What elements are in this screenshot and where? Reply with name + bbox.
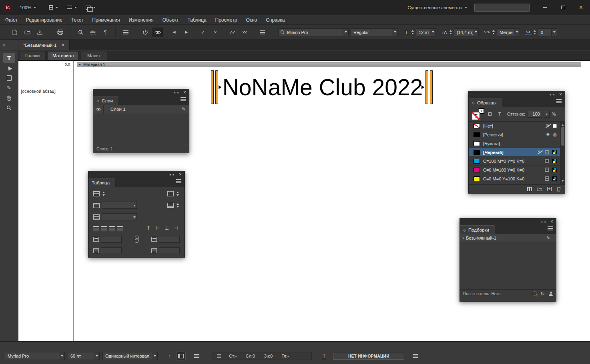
close-button[interactable]: × — [572, 0, 590, 15]
collapse-panel-icon[interactable]: ◄◄ — [173, 91, 179, 94]
arrange-documents-dropdown[interactable] — [83, 4, 98, 10]
swatches-panel-menu-icon[interactable] — [556, 101, 562, 102]
font-size-stepper[interactable] — [411, 29, 415, 36]
layers-panel-titlebar[interactable]: ◄◄ × — [93, 89, 189, 96]
swatches-panel-titlebar[interactable]: ◄◄ × — [469, 91, 565, 98]
maximize-button[interactable] — [554, 0, 572, 15]
dropdown-button[interactable] — [430, 29, 435, 36]
menu-item[interactable]: Файл — [1, 15, 22, 25]
menu-item[interactable]: Просмотр — [211, 15, 242, 25]
scrollbar-thumb[interactable] — [561, 127, 564, 146]
minimize-button[interactable] — [536, 0, 554, 15]
reject-change-button[interactable]: × — [210, 28, 221, 37]
update-content-icon[interactable]: ↻ — [540, 291, 545, 296]
copyfit-menu-button[interactable] — [413, 356, 418, 356]
layer-lock-cell[interactable] — [104, 105, 107, 114]
previous-change-button[interactable]: ◀ — [169, 28, 179, 37]
show-hidden-characters-button[interactable]: ¶ — [100, 28, 110, 37]
dropdown-button[interactable] — [551, 29, 557, 36]
accept-change-button[interactable]: ✓ — [198, 28, 208, 37]
expand-dock-icon[interactable]: » — [3, 42, 6, 48]
story-text[interactable]: NoNaMe Club 2022 — [223, 75, 423, 100]
toolbar-menu-button[interactable] — [120, 28, 131, 37]
footer-rows-stepper[interactable] — [176, 202, 180, 209]
save-content-button[interactable] — [34, 28, 45, 37]
print-button[interactable] — [55, 28, 65, 37]
menu-item[interactable]: Справка — [261, 15, 289, 25]
galley-info-toggle-button[interactable] — [176, 352, 186, 360]
formatting-affects-text-button[interactable]: T — [496, 111, 503, 117]
assignments-panel-tab[interactable]: ◇ Подборки — [460, 225, 495, 234]
accept-all-changes-button[interactable]: ✓✓ — [227, 28, 237, 37]
reject-all-changes-button[interactable]: ×× — [239, 28, 249, 37]
type-tool[interactable]: T — [3, 53, 15, 63]
package-warning-icon[interactable]: ⚠ — [533, 292, 536, 296]
menu-item[interactable]: Объект — [158, 15, 183, 25]
rotate-text-90-button[interactable]: ⊢ — [154, 225, 161, 231]
expand-arrow-icon[interactable]: › — [462, 235, 464, 240]
workspace-switcher[interactable]: Существенные элементы — [405, 4, 470, 11]
next-change-button[interactable]: ▶ — [181, 28, 192, 37]
menu-item[interactable]: Окно — [241, 15, 261, 25]
dropdown-button[interactable] — [343, 29, 348, 36]
new-document-button[interactable] — [10, 28, 20, 37]
eyedropper-tool[interactable]: ✎ — [3, 83, 15, 93]
close-tab-icon[interactable]: × — [61, 42, 64, 48]
line-spacing-select[interactable]: Одинарный интервал — [102, 352, 158, 360]
menu-item[interactable]: Примечания — [88, 15, 124, 25]
layers-panel-tab[interactable]: ◇ Слои — [93, 96, 119, 105]
cell-inset-left-input[interactable] — [101, 247, 122, 254]
collapse-story-icon[interactable]: ▼ — [78, 63, 81, 66]
layer-row[interactable]: Слой 1 ✎ — [93, 105, 189, 114]
assignments-panel-titlebar[interactable]: ◄◄ × — [460, 218, 556, 225]
zoom-tool[interactable] — [3, 103, 15, 113]
assignments-panel-menu-icon[interactable] — [548, 228, 553, 229]
link-insets-icon[interactable] — [134, 236, 138, 243]
swatch-row[interactable]: [Бумага] — [469, 139, 560, 148]
leading-field[interactable]: (14,4 пт) — [454, 28, 479, 36]
new-swatch-group-button[interactable] — [537, 187, 542, 191]
swatches-panel-tab[interactable]: ◇ Образцы — [469, 98, 502, 107]
swatch-row[interactable]: C=0 M=100 Y=0 K=0 — [469, 166, 560, 174]
menu-item[interactable]: Текст — [67, 15, 88, 25]
document-tab[interactable]: *Безымянный-1 × — [18, 40, 70, 50]
swatch-row[interactable]: [Регист-я]⊕◎ — [469, 130, 560, 139]
story-separator-bar[interactable]: ▼ Материал 1 — [77, 62, 581, 67]
font-family-select[interactable]: Minion Pro — [278, 28, 349, 36]
search-input[interactable] — [474, 4, 530, 12]
menu-item[interactable]: Таблица — [183, 15, 211, 25]
dropdown-button[interactable] — [514, 29, 520, 36]
columns-stepper[interactable] — [176, 190, 180, 197]
fill-stroke-proxy-icon[interactable]: T T — [472, 108, 484, 120]
rows-stepper[interactable] — [102, 190, 106, 197]
cell-inset-right-input[interactable] — [159, 247, 180, 254]
scroll-down-icon[interactable] — [562, 180, 564, 183]
assignment-row[interactable]: › Безымянный-1 ✎ — [460, 234, 556, 242]
scroll-up-icon[interactable] — [562, 123, 564, 126]
view-tab[interactable]: Материал — [48, 52, 78, 60]
show-swatch-kinds-button[interactable] — [527, 187, 532, 191]
dropdown-button[interactable] — [392, 29, 397, 36]
close-panel-icon[interactable]: × — [550, 219, 553, 224]
collapse-panel-icon[interactable]: ◄◄ — [540, 220, 546, 223]
status-font-family-select[interactable]: Myriad Pro — [5, 352, 65, 360]
collapse-panel-icon[interactable]: ◄◄ — [549, 93, 555, 96]
layers-panel-menu-icon[interactable] — [181, 99, 186, 100]
status-font-size-select[interactable]: 60 пт — [68, 352, 100, 360]
tracking-field[interactable]: 0 — [538, 28, 557, 36]
swatch-row[interactable]: [Нет]✎ — [469, 122, 560, 130]
position-tool[interactable] — [3, 63, 15, 73]
galley-menu-button[interactable] — [194, 356, 199, 356]
open-button[interactable] — [22, 28, 32, 37]
menu-item[interactable]: Редактирование — [22, 15, 67, 25]
dropdown-button[interactable] — [152, 352, 157, 360]
rotate-text-0-button[interactable]: T — [145, 225, 152, 231]
dropdown-button[interactable] — [94, 352, 99, 360]
close-panel-icon[interactable]: × — [183, 90, 186, 95]
dropdown-button[interactable] — [473, 29, 478, 36]
rotate-text-270-button[interactable]: ⊣ — [173, 225, 180, 231]
preview-changes-button[interactable] — [153, 28, 163, 37]
swatch-row[interactable]: [Черный]✎ — [469, 148, 560, 157]
zoom-level-dropdown[interactable]: 100% — [17, 4, 38, 11]
align-bottom-button[interactable] — [109, 226, 115, 230]
